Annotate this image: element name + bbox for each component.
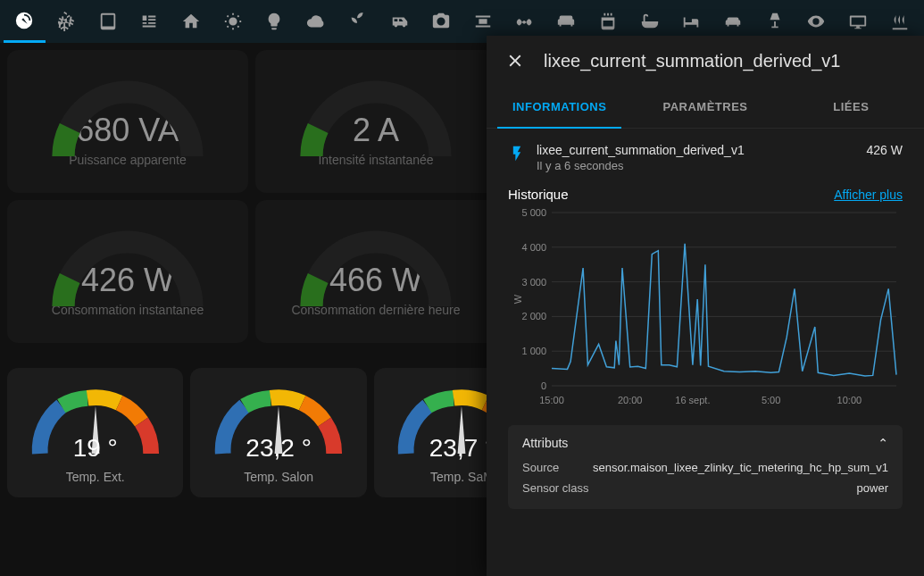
attributes-title: Attributs (522, 436, 568, 450)
attributes-toggle[interactable]: Attributs ⌄ (522, 436, 888, 450)
gauge-card[interactable]: 466 W Consommation dernière heure (255, 200, 496, 343)
sun-icon[interactable] (212, 0, 254, 43)
svg-text:20:00: 20:00 (618, 395, 643, 405)
attribute-row: Sourcesensor.maison_lixee_zlinky_tic_met… (522, 457, 888, 478)
svg-text:3 000: 3 000 (521, 277, 546, 288)
entity-time: Il y a 6 secondes (537, 159, 856, 172)
svg-text:5 000: 5 000 (521, 207, 546, 218)
entity-state: 426 W (867, 143, 903, 157)
svg-text:1 000: 1 000 (521, 346, 546, 356)
svg-text:2 000: 2 000 (521, 311, 546, 321)
tab-parametres[interactable]: PARAMÈTRES (632, 86, 778, 128)
tab-informations[interactable]: INFORMATIONS (487, 86, 632, 128)
panel-title: lixee_current_summation_derived_v1 (544, 51, 840, 71)
home-icon[interactable] (171, 0, 212, 43)
chevron-down-icon: ⌄ (878, 436, 888, 450)
svg-text:5:00: 5:00 (762, 395, 780, 405)
tab-liees[interactable]: LIÉES (778, 86, 924, 128)
gauge-icon[interactable] (4, 0, 46, 43)
history-title: Historique (508, 187, 569, 202)
entity-name: lixee_current_summation_derived_v1 (537, 143, 856, 157)
svg-text:4 000: 4 000 (521, 242, 546, 253)
gauge-card[interactable]: 680 VA Puissance apparente (7, 50, 248, 193)
svg-text:15:00: 15:00 (539, 395, 564, 405)
svg-text:W: W (512, 294, 523, 304)
cloud-icon[interactable] (296, 0, 337, 43)
bulb-icon[interactable] (254, 0, 296, 43)
sprout-icon[interactable] (337, 0, 379, 43)
temp-card[interactable]: 23,2 ° Temp. Salon (190, 368, 366, 497)
camera-icon[interactable] (420, 0, 462, 43)
svg-text:0: 0 (541, 380, 546, 391)
svg-text:10:00: 10:00 (837, 395, 862, 405)
show-more-link[interactable]: Afficher plus (834, 188, 903, 202)
tablet-icon[interactable] (87, 0, 129, 43)
svg-text:16 sept.: 16 sept. (675, 395, 710, 405)
flash-icon (508, 145, 526, 166)
gauge-card[interactable]: 2 A Intensité instantanée (255, 50, 496, 193)
gauge-card[interactable]: 426 W Consommation instantanée (7, 200, 248, 343)
camper-icon[interactable] (379, 0, 420, 43)
entity-info-panel: lixee_current_summation_derived_v1 INFOR… (487, 36, 924, 576)
history-chart[interactable]: 01 0002 0003 0004 0005 000W15:0020:0016 … (508, 205, 903, 411)
attribute-row: Sensor classpower (522, 478, 888, 498)
close-icon[interactable] (504, 50, 526, 71)
temp-card[interactable]: 19 ° Temp. Ext. (7, 368, 183, 497)
snow-icon[interactable] (46, 0, 87, 43)
news-icon[interactable] (129, 0, 171, 43)
